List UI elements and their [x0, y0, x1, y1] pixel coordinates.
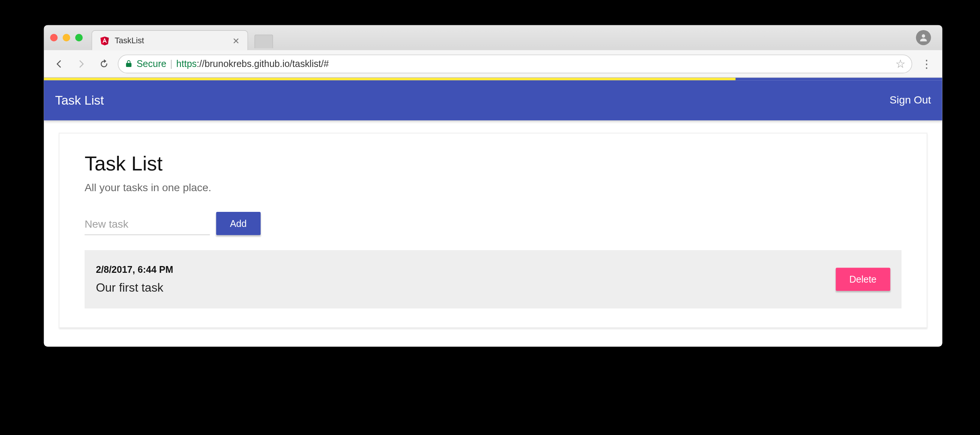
- task-item: 2/8/2017, 6:44 PMOur first taskDelete: [84, 250, 901, 309]
- browser-window: TaskList ✕ Secure | https://brunokrebs.g…: [44, 25, 942, 347]
- task-card: Task List All your tasks in one place. A…: [59, 133, 928, 328]
- app-toolbar: Task List Sign Out: [44, 80, 942, 120]
- separator: |: [170, 58, 173, 69]
- sign-out-button[interactable]: Sign Out: [889, 94, 931, 107]
- tab-close-icon[interactable]: ✕: [232, 36, 240, 45]
- app-title: Task List: [55, 93, 104, 107]
- page-load-progress: [44, 78, 942, 81]
- svg-point-2: [922, 34, 925, 38]
- card-heading: Task List: [84, 152, 901, 176]
- url: https://brunokrebs.github.io/tasklist/#: [177, 58, 329, 69]
- browser-menu-icon[interactable]: ⋮: [917, 57, 936, 71]
- browser-tab-bar: TaskList ✕: [44, 25, 942, 50]
- url-scheme: https: [177, 58, 197, 69]
- window-minimize-button[interactable]: [63, 34, 70, 41]
- lock-icon: [125, 59, 133, 68]
- app-viewport: Task List Sign Out Task List All your ta…: [44, 78, 942, 347]
- progress-fill: [44, 78, 736, 81]
- back-button[interactable]: [50, 55, 68, 73]
- browser-tab[interactable]: TaskList ✕: [91, 30, 248, 50]
- delete-task-button[interactable]: Delete: [835, 268, 891, 291]
- task-timestamp: 2/8/2017, 6:44 PM: [96, 264, 173, 274]
- card-subheading: All your tasks in one place.: [84, 182, 901, 194]
- window-close-button[interactable]: [50, 34, 57, 41]
- window-controls: [50, 34, 83, 41]
- browser-toolbar: Secure | https://brunokrebs.github.io/ta…: [44, 50, 942, 78]
- new-task-input[interactable]: [84, 215, 210, 235]
- new-tab-button[interactable]: [254, 35, 273, 49]
- profile-avatar-icon[interactable]: [916, 30, 931, 45]
- reload-button[interactable]: [95, 55, 113, 73]
- url-rest: ://brunokrebs.github.io/tasklist/#: [197, 58, 329, 69]
- secure-label: Secure: [137, 58, 166, 69]
- window-zoom-button[interactable]: [75, 34, 83, 41]
- bookmark-star-icon[interactable]: ☆: [896, 57, 905, 71]
- browser-tab-title: TaskList: [115, 36, 228, 45]
- task-meta: 2/8/2017, 6:44 PMOur first task: [96, 264, 173, 295]
- new-task-row: Add: [84, 212, 901, 235]
- page-content: Task List All your tasks in one place. A…: [44, 120, 942, 347]
- forward-button[interactable]: [73, 55, 90, 73]
- address-bar[interactable]: Secure | https://brunokrebs.github.io/ta…: [118, 54, 912, 73]
- angular-favicon-icon: [100, 35, 110, 46]
- add-task-button[interactable]: Add: [216, 212, 261, 235]
- task-description: Our first task: [96, 281, 173, 295]
